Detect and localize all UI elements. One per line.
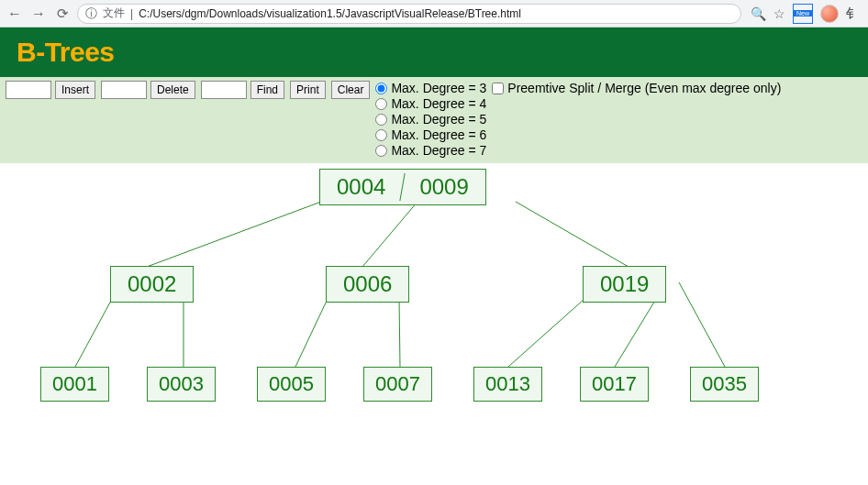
degree-option-6[interactable]: Max. Degree = 6 — [375, 127, 486, 142]
tree-key: 0002 — [111, 267, 193, 302]
tree-key: 0004 — [320, 170, 402, 204]
reload-button[interactable]: ⟳ — [53, 6, 72, 22]
tree-key: 0006 — [327, 267, 408, 302]
tree-node: 0006 — [326, 266, 409, 303]
address-bar[interactable]: ⓘ 文件 | C:/Users/dgm/Downloads/visualizat… — [77, 4, 741, 24]
svg-line-6 — [399, 299, 400, 367]
back-button[interactable]: ← — [6, 6, 24, 22]
tree-key: 0013 — [474, 368, 541, 401]
tree-leaf: 0005 — [257, 367, 326, 402]
tree-edges — [0, 163, 868, 470]
tree-leaf: 0017 — [580, 367, 649, 402]
url-text: C:/Users/dgm/Downloads/visualization1.5/… — [139, 7, 521, 20]
bookmark-star-icon[interactable]: ☆ — [773, 6, 785, 21]
svg-line-1 — [362, 202, 417, 267]
svg-line-0 — [147, 202, 321, 267]
tree-leaf: 0003 — [147, 367, 216, 402]
insert-button[interactable]: Insert — [55, 81, 95, 99]
security-label: 文件 — [103, 6, 125, 21]
extension-badge[interactable]: New — [793, 4, 813, 24]
browser-toolbar: ← → ⟳ ⓘ 文件 | C:/Users/dgm/Downloads/visu… — [0, 0, 868, 28]
info-icon: ⓘ — [85, 6, 97, 22]
tree-key: 0007 — [364, 368, 431, 401]
svg-line-3 — [75, 299, 112, 367]
preemptive-checkbox[interactable]: Preemtive Split / Merge (Even max degree… — [492, 81, 781, 95]
clear-button[interactable]: Clear — [331, 81, 371, 99]
print-button[interactable]: Print — [290, 81, 326, 99]
tree-key: 0017 — [581, 368, 648, 401]
tree-key: 0019 — [584, 267, 665, 302]
find-button[interactable]: Find — [250, 81, 284, 99]
tree-leaf: 0013 — [473, 367, 542, 402]
forward-button[interactable]: → — [29, 6, 48, 22]
degree-radio-group: Max. Degree = 3 Max. Degree = 4 Max. Deg… — [375, 81, 486, 158]
controls-panel: Insert Delete Find Print Clear Max. Degr… — [0, 77, 868, 163]
degree-option-3[interactable]: Max. Degree = 3 — [375, 81, 486, 95]
tree-node: 0019 — [583, 266, 666, 303]
svg-line-8 — [615, 299, 656, 367]
tree-node: 0002 — [110, 266, 194, 303]
degree-option-4[interactable]: Max. Degree = 4 — [375, 96, 486, 111]
tree-leaf: 0035 — [690, 367, 759, 402]
svg-line-7 — [508, 299, 584, 367]
tree-key: 0009 — [403, 170, 484, 204]
page-title: B-Trees — [17, 37, 851, 68]
truncated-text: 钅 — [846, 6, 859, 22]
svg-line-5 — [295, 299, 328, 367]
svg-line-9 — [679, 282, 725, 367]
visualization-canvas: 0004 0009 0002 0006 0019 0001 0003 0005 … — [0, 163, 868, 470]
degree-option-5[interactable]: Max. Degree = 5 — [375, 112, 486, 127]
find-input[interactable] — [201, 81, 247, 99]
svg-line-2 — [516, 202, 629, 267]
tree-key: 0005 — [258, 368, 325, 401]
delete-input[interactable] — [101, 81, 147, 99]
zoom-icon[interactable]: 🔍 — [751, 6, 766, 21]
tree-leaf: 0007 — [363, 367, 432, 402]
tree-node-root: 0004 0009 — [319, 169, 486, 205]
profile-avatar[interactable] — [820, 5, 839, 23]
tree-key: 0001 — [41, 368, 108, 401]
tree-leaf: 0001 — [40, 367, 109, 402]
insert-input[interactable] — [6, 81, 51, 99]
degree-option-7[interactable]: Max. Degree = 7 — [375, 143, 486, 158]
tree-key: 0035 — [691, 368, 758, 401]
page-banner: B-Trees — [0, 28, 868, 77]
tree-key: 0003 — [148, 368, 215, 401]
delete-button[interactable]: Delete — [150, 81, 195, 99]
